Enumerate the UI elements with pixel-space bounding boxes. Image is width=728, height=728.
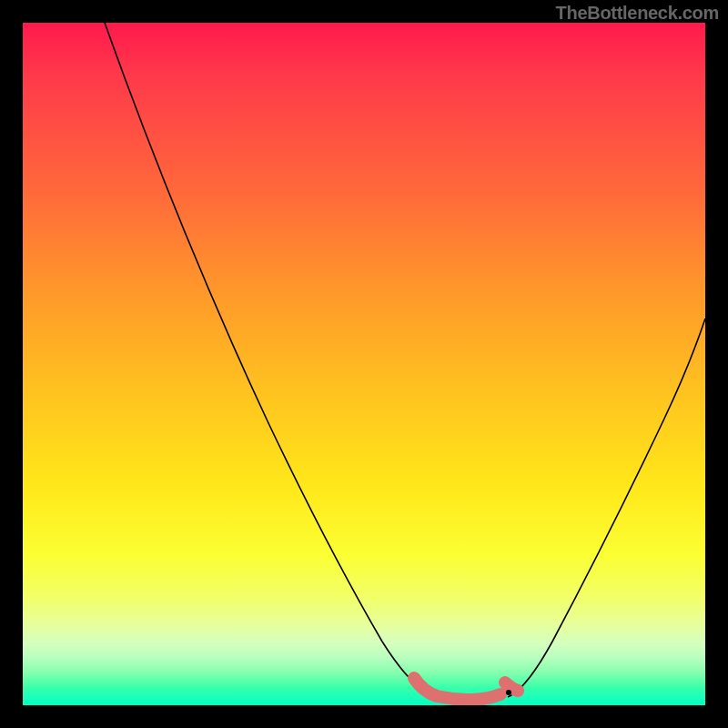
right-ascent-curve <box>508 318 705 697</box>
left-descent-curve <box>105 23 443 697</box>
attribution-label: TheBottleneck.com <box>556 3 719 24</box>
minimum-point-dot <box>506 690 511 695</box>
minimum-band-marker <box>414 678 518 700</box>
chart-container: TheBottleneck.com <box>0 0 728 728</box>
curve-overlay <box>23 23 705 705</box>
plot-area <box>23 23 705 705</box>
